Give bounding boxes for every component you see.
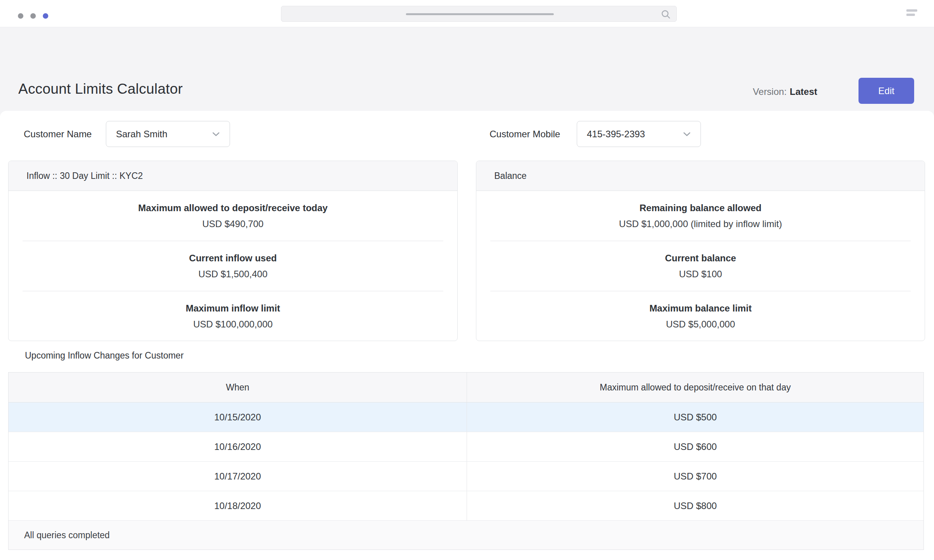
inflow-limit-card: Inflow :: 30 Day Limit :: KYC2 Maximum a…: [8, 161, 458, 341]
address-bar[interactable]: [281, 6, 677, 22]
page-title: Account Limits Calculator: [18, 81, 183, 97]
stat-value: USD $1,500,400: [198, 269, 267, 280]
menu-icon[interactable]: [906, 9, 917, 18]
stat-label: Maximum balance limit: [650, 303, 752, 314]
cell-max: USD $800: [467, 491, 923, 520]
cell-when: 10/15/2020: [9, 402, 467, 432]
column-header-when: When: [9, 373, 467, 402]
balance-card-body: Remaining balance allowed USD $1,000,000…: [476, 191, 925, 341]
stat-current-inflow-used: Current inflow used USD $1,500,400: [23, 241, 443, 291]
stat-value: USD $1,000,000 (limited by inflow limit): [619, 219, 782, 229]
stat-value: USD $490,700: [202, 219, 263, 229]
chevron-down-icon: [212, 132, 220, 136]
stat-label: Maximum allowed to deposit/receive today: [138, 203, 328, 214]
version-info: Version:Latest: [753, 86, 817, 97]
column-header-max: Maximum allowed to deposit/receive on th…: [467, 373, 923, 402]
cell-when: 10/16/2020: [9, 432, 467, 461]
inflow-card-title: Inflow :: 30 Day Limit :: KYC2: [9, 161, 457, 191]
cell-max: USD $700: [467, 462, 923, 491]
table-row[interactable]: 10/17/2020 USD $700: [9, 462, 923, 491]
window-dot-3[interactable]: [43, 13, 48, 19]
cell-when: 10/17/2020: [9, 462, 467, 491]
stat-value: USD $100: [679, 269, 722, 280]
stat-remaining-balance: Remaining balance allowed USD $1,000,000…: [490, 191, 911, 241]
table-row[interactable]: 10/16/2020 USD $600: [9, 432, 923, 462]
stat-max-deposit-today: Maximum allowed to deposit/receive today…: [23, 191, 443, 241]
page: Account Limits Calculator Version:Latest…: [0, 0, 934, 560]
version-value: Latest: [790, 86, 817, 97]
table-row[interactable]: 10/15/2020 USD $500: [9, 402, 923, 432]
table-header-row: When Maximum allowed to deposit/receive …: [9, 373, 923, 402]
window-dot-1[interactable]: [18, 13, 23, 19]
stat-max-inflow-limit: Maximum inflow limit USD $100,000,000: [23, 291, 443, 341]
address-placeholder-line: [406, 13, 554, 15]
cell-when: 10/18/2020: [9, 491, 467, 520]
window-dot-2[interactable]: [30, 13, 36, 19]
chevron-down-icon: [683, 132, 691, 136]
page-header: Account Limits Calculator Version:Latest…: [0, 27, 934, 116]
customer-mobile-value: 415-395-2393: [587, 129, 645, 140]
filters-row: Customer Name Sarah Smith Customer Mobil…: [0, 121, 934, 147]
stat-current-balance: Current balance USD $100: [490, 241, 911, 291]
stat-max-balance-limit: Maximum balance limit USD $5,000,000: [490, 291, 911, 341]
customer-name-value: Sarah Smith: [116, 129, 167, 140]
browser-chrome: [0, 0, 934, 27]
table-row[interactable]: 10/18/2020 USD $800: [9, 491, 923, 521]
stat-label: Current inflow used: [189, 253, 277, 264]
stat-label: Maximum inflow limit: [186, 303, 280, 314]
balance-card: Balance Remaining balance allowed USD $1…: [476, 161, 925, 341]
cell-max: USD $500: [467, 402, 923, 432]
edit-button[interactable]: Edit: [859, 78, 914, 104]
table-status-footer: All queries completed: [9, 521, 923, 550]
version-label: Version:: [753, 86, 787, 97]
stat-label: Remaining balance allowed: [639, 203, 761, 214]
cell-max: USD $600: [467, 432, 923, 461]
balance-card-title: Balance: [476, 161, 925, 191]
search-icon[interactable]: [661, 9, 671, 21]
stat-label: Current balance: [665, 253, 736, 264]
customer-name-label: Customer Name: [24, 121, 92, 147]
inflow-card-body: Maximum allowed to deposit/receive today…: [9, 191, 457, 341]
stat-value: USD $100,000,000: [193, 319, 272, 330]
stat-value: USD $5,000,000: [666, 319, 735, 330]
customer-name-select[interactable]: Sarah Smith: [106, 121, 230, 147]
customer-mobile-label: Customer Mobile: [490, 121, 560, 147]
main-content: Customer Name Sarah Smith Customer Mobil…: [0, 111, 934, 560]
customer-mobile-select[interactable]: 415-395-2393: [577, 121, 701, 147]
window-controls: [18, 13, 48, 19]
table-caption: Upcoming Inflow Changes for Customer: [25, 350, 184, 361]
upcoming-inflow-table: When Maximum allowed to deposit/receive …: [8, 372, 924, 550]
